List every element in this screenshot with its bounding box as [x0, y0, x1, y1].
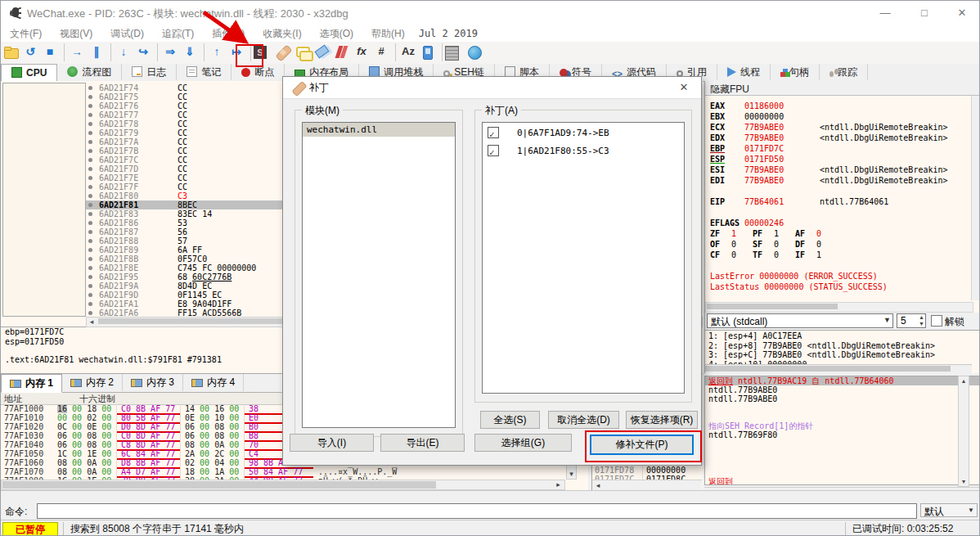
breakpoint-dot-icon[interactable] — [88, 311, 92, 315]
register-row[interactable] — [710, 186, 972, 196]
stack-info-pane[interactable]: 返回到 ntdll.77B9AC19 自 ntdll.77B64060 ntdl… — [704, 376, 980, 485]
close-button[interactable]: ✕ — [950, 6, 974, 20]
toolbar-icon[interactable] — [333, 43, 351, 61]
register-row[interactable]: EFLAGS00000246 — [710, 218, 972, 228]
dialog-close-button[interactable]: ✕ — [673, 79, 695, 96]
stack-hscrollbar[interactable]: ◂ — [592, 480, 702, 491]
breakpoint-dot-icon[interactable] — [88, 149, 92, 153]
toolbar-icon[interactable] — [465, 43, 483, 61]
hide-fpu-button[interactable]: 隐藏FPU — [705, 81, 980, 96]
unlock-checkbox[interactable] — [931, 315, 942, 327]
patch-file-button[interactable]: 修补文件(P) — [590, 435, 694, 455]
view-tab[interactable]: 句柄 — [771, 64, 820, 80]
breakpoint-dot-icon[interactable] — [88, 194, 92, 198]
toolbar-icon[interactable]: ∥ — [88, 43, 106, 61]
breakpoint-dot-icon[interactable] — [88, 203, 92, 207]
import-button[interactable]: 导入(I) — [290, 434, 374, 452]
return-to-row[interactable]: 返回到 ntdll.77B9AC19 自 ntdll.77B64060 — [705, 376, 980, 385]
toolbar-icon[interactable]: ↺ — [21, 43, 39, 61]
register-row[interactable]: EDX77B9ABE0<ntdll.DbgUiRemoteBreakin> — [710, 133, 972, 143]
status-register-row[interactable] — [710, 260, 972, 271]
view-tab[interactable]: CPU — [1, 64, 57, 83]
dump-tab[interactable]: 内存 4 — [183, 374, 244, 391]
stack-row[interactable]: 0171FD7800000000 — [592, 466, 686, 475]
title-bar[interactable]: WeChat.exe - PID: 263C - 模块: wechatwin.d… — [1, 1, 980, 24]
breakpoint-dot-icon[interactable] — [88, 113, 92, 117]
breakpoint-dot-icon[interactable] — [88, 158, 92, 162]
select-all-button[interactable]: 全选(S) — [480, 411, 540, 429]
patches-list[interactable]: 0|6A7F1AD9:74->EB 1|6AD21F80:55->C3 — [482, 122, 685, 394]
breakpoint-dot-icon[interactable] — [88, 131, 92, 135]
breakpoint-dot-icon[interactable] — [88, 230, 92, 234]
register-row[interactable]: EBP0171FD7C — [710, 143, 972, 154]
status-register-row[interactable]: LastError 00000000 (ERROR_SUCCESS) — [710, 271, 972, 282]
breakpoint-dot-icon[interactable] — [88, 86, 92, 90]
dump-tab[interactable]: 内存 2 — [62, 374, 123, 391]
breakpoint-dot-icon[interactable] — [88, 257, 92, 261]
dump-tab[interactable]: 内存 3 — [123, 374, 183, 391]
view-tab[interactable]: 流程图 — [57, 64, 122, 80]
breakpoint-dot-icon[interactable] — [88, 275, 92, 279]
flags-row[interactable]: CF0TF0IF1 — [710, 250, 972, 260]
view-tab[interactable]: 日志 — [122, 64, 177, 80]
modules-list[interactable]: wechatwin.dll — [302, 122, 456, 428]
breakpoint-dot-icon[interactable] — [88, 167, 92, 171]
registers-pane[interactable]: 隐藏FPU EAX01186000 EBX00000000 ECX77B9ABE… — [704, 81, 980, 373]
breakpoint-dot-icon[interactable] — [88, 284, 92, 288]
patch-checkbox[interactable] — [488, 127, 499, 138]
dump-tab[interactable]: 内存 1 — [1, 374, 62, 393]
register-row[interactable]: ECX77B9ABE0<ntdll.DbgUiRemoteBreakin> — [710, 122, 972, 133]
register-row[interactable]: EDI77B9ABE0<ntdll.DbgUiRemoteBreakin> — [710, 175, 972, 186]
toolbar-icon[interactable]: fx — [353, 43, 371, 61]
dump-row[interactable]: 77AF107008 00 0A 00A4 D7 AF 7718 00 1A 0… — [1, 467, 588, 476]
deselect-all-button[interactable]: 取消全选(D) — [548, 411, 619, 429]
dialog-title-bar[interactable]: 补丁 ✕ — [283, 77, 701, 99]
toolbar-icon[interactable] — [2, 43, 20, 61]
command-profile-select[interactable]: 默认▼ — [920, 503, 978, 517]
toolbar-icon[interactable] — [419, 43, 437, 61]
breakpoint-dot-icon[interactable] — [88, 176, 92, 180]
toolbar-icon[interactable]: ↓ — [110, 43, 133, 61]
register-row[interactable] — [710, 207, 972, 218]
call-argument-row[interactable]: 3: [esp+C] 77B9ABE0 <ntdll.DbgUiRemoteBr… — [708, 350, 980, 360]
register-row[interactable]: EBX00000000 — [710, 111, 972, 122]
patch-list-item[interactable]: 1|6AD21F80:55->C3 — [483, 141, 684, 159]
breakpoint-dot-icon[interactable] — [88, 293, 92, 297]
toolbar-icon[interactable]: → — [64, 43, 86, 61]
restore-selection-button[interactable]: 恢复选择项(R) — [626, 411, 698, 429]
toolbar-icon[interactable]: # — [372, 43, 390, 61]
breakpoint-dot-icon[interactable] — [88, 248, 92, 252]
breakpoint-dot-icon[interactable] — [88, 185, 92, 189]
minimize-button[interactable]: — — [873, 6, 897, 20]
status-register-row[interactable]: LastStatus 00000000 (STATUS_SUCCESS) — [710, 282, 972, 292]
register-row[interactable]: EIP77B64061ntdll.77B64061 — [710, 196, 972, 207]
stack-info-vscrollbar[interactable]: ▴▾ — [958, 376, 969, 487]
patch-checkbox[interactable] — [488, 145, 499, 156]
register-row[interactable]: ESI77B9ABE0<ntdll.DbgUiRemoteBreakin> — [710, 164, 972, 175]
toolbar-icon[interactable] — [274, 43, 292, 61]
toolbar-icon[interactable] — [442, 43, 464, 61]
view-tab[interactable]: 笔记 — [177, 64, 232, 80]
registers-hscrollbar[interactable] — [705, 302, 973, 313]
breakpoint-dot-icon[interactable] — [88, 239, 92, 243]
calling-convention-select[interactable]: 默认 (stdcall)▼ — [707, 313, 893, 328]
dump-hscrollbar[interactable]: ▸ — [1, 480, 565, 490]
flags-row[interactable]: ZF1PF1AF0 — [710, 228, 972, 239]
toolbar-icon[interactable]: ↪ — [134, 43, 152, 61]
view-tab[interactable]: 线程 — [717, 64, 771, 80]
maximize-button[interactable]: □ — [912, 6, 937, 20]
breakpoint-dot-icon[interactable] — [88, 95, 92, 99]
toolbar-icon[interactable]: ⇒ — [157, 43, 179, 61]
toolbar-icon[interactable]: ⇓ — [181, 43, 199, 61]
flags-row[interactable]: OF0SF0DF0 — [710, 239, 972, 250]
breakpoint-dot-icon[interactable] — [88, 104, 92, 108]
breakpoint-dot-icon[interactable] — [88, 122, 92, 126]
call-argument-row[interactable]: 2: [esp+8] 77B9ABE0 <ntdll.DbgUiRemoteBr… — [708, 341, 980, 351]
select-group-button[interactable]: 选择组(G) — [474, 434, 572, 452]
toolbar-icon[interactable] — [294, 43, 312, 61]
breakpoint-dot-icon[interactable] — [88, 221, 92, 225]
register-row[interactable]: EAX01186000 — [710, 101, 972, 111]
toolbar-icon[interactable] — [313, 43, 331, 61]
arguments-hscrollbar[interactable] — [705, 364, 972, 373]
view-tab[interactable]: 跟踪 — [820, 64, 868, 80]
